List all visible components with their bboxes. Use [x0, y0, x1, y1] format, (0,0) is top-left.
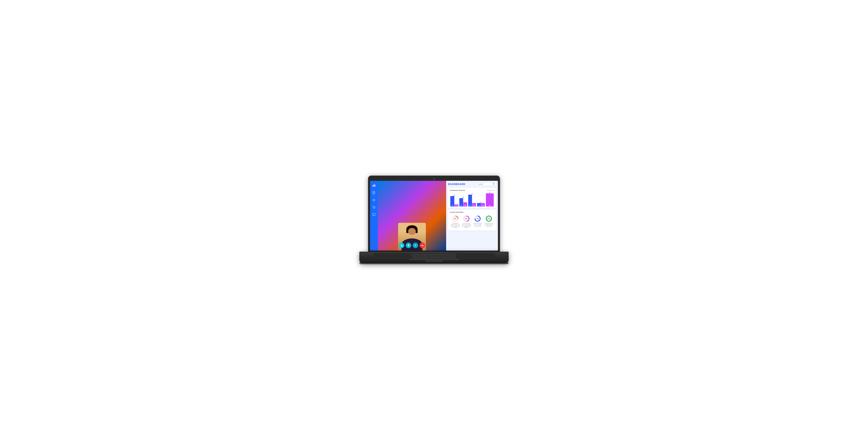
svg-rect-16 [408, 244, 409, 246]
bar-blue-2: 60% [459, 198, 463, 207]
investment-card: Investment structure This year [448, 188, 496, 208]
bar-group-5: 95% [486, 192, 494, 207]
dashboard-header: DASHBOARD [448, 183, 496, 186]
bar-blue-1: 75% [450, 196, 454, 207]
bar-purple-2: 30% [463, 202, 467, 207]
cashflow-card-title: Annual cash flows [450, 211, 463, 213]
key [420, 255, 423, 256]
add-participant-button[interactable] [413, 243, 418, 248]
key [430, 254, 433, 255]
donut-label-1: 25% [454, 218, 457, 219]
cashflow-card: Annual cash flows [448, 210, 496, 230]
bar-label-purple-5: 95% [489, 205, 491, 206]
key [442, 255, 445, 256]
bar-blue-3: 85% [468, 195, 472, 207]
key-wider [413, 257, 420, 258]
laptop-base [359, 252, 509, 263]
mute-video-button[interactable] [399, 243, 404, 248]
donut-text-4: Cras aliquam, ante vel sagittis suscipit… [484, 223, 494, 227]
bar-wrap-1: 75% 15% [450, 196, 458, 207]
donut-item-4: 100% Cras aliquam, ante vel sagittis sus… [484, 215, 494, 227]
bar-dot-4 [480, 202, 482, 203]
bar-group-4: 25% 25% [477, 202, 485, 207]
sidebar-item-settings[interactable] [372, 198, 376, 202]
key-wider [409, 259, 416, 260]
key [411, 254, 414, 255]
investment-card-title: Investment structure [450, 189, 465, 191]
sidebar-item-analytics[interactable] [372, 184, 376, 187]
bar-purple-3: 25% [472, 203, 476, 207]
end-call-button[interactable] [420, 243, 425, 248]
donut-container-4: 100% [485, 215, 492, 222]
key [439, 254, 442, 255]
key-wider [452, 259, 459, 260]
key [430, 257, 432, 258]
bar-wrap-5: 95% [486, 193, 494, 207]
key [433, 255, 435, 256]
key [442, 257, 445, 258]
camera-bar [370, 178, 498, 180]
key-wide [452, 254, 457, 255]
dashboard-panel: DASHBOARD [446, 181, 498, 251]
donut-item-2: 50% Duis sed neque dictum, facilisis fel… [462, 215, 471, 228]
key [417, 254, 420, 255]
keyboard-row-3 [374, 257, 494, 258]
key [439, 255, 442, 256]
bar-blue-4: 25% [477, 203, 481, 207]
bar-wrap-3: 85% 25% [468, 195, 476, 207]
key [427, 254, 430, 255]
bar-group-3: 85% 25% [468, 193, 476, 207]
bar-dot-5 [489, 192, 490, 193]
donut-container-2: 50% [463, 215, 470, 222]
svg-point-21 [493, 183, 494, 184]
key-wide [412, 255, 416, 256]
search-input[interactable] [478, 183, 492, 185]
bar-wrap-4: 25% 25% [477, 203, 485, 207]
laptop-screen: DASHBOARD [370, 181, 498, 251]
sidebar-item-documents[interactable] [372, 191, 376, 195]
key [446, 254, 448, 255]
bar-dot-3 [472, 193, 472, 194]
key [448, 255, 451, 256]
key [433, 254, 436, 255]
svg-rect-3 [375, 185, 375, 187]
bar-label-purple-4: 25% [482, 205, 484, 206]
key [445, 255, 448, 256]
sidebar-item-messages[interactable] [372, 213, 376, 217]
investment-filter[interactable]: This year [487, 190, 494, 191]
key [436, 255, 438, 256]
sidebar-item-shop[interactable] [372, 206, 376, 209]
donut-item-3: 75% Duis rutrum luctus ipsum, a feugiat … [473, 215, 483, 227]
bar-label-blue-4: 25% [478, 205, 480, 206]
bar-label-blue-3: 85% [469, 205, 471, 206]
key [436, 257, 438, 258]
key [421, 254, 424, 255]
key [436, 254, 439, 255]
key-wider [448, 257, 455, 258]
svg-point-10 [374, 208, 374, 209]
key [426, 257, 429, 258]
key [414, 254, 417, 255]
person-face [408, 228, 416, 235]
keyboard [373, 253, 495, 259]
microphone-button[interactable] [406, 243, 411, 248]
donut-label-3: 75% [476, 218, 479, 219]
dashboard-title: DASHBOARD [448, 183, 465, 186]
donut-container-1: 25% [452, 215, 459, 222]
svg-rect-2 [374, 184, 375, 187]
bar-label-blue-1: 75% [452, 205, 453, 206]
investment-bar-chart: 75% 15% [450, 193, 494, 207]
sidebar [370, 181, 378, 251]
scene: DASHBOARD [347, 176, 521, 263]
key [424, 254, 427, 255]
donut-text-1: Consectetuer adipiscing elit, sed diam n… [450, 223, 460, 228]
donut-text-2: Duis sed neque dictum, facilisis felis a… [462, 223, 471, 228]
svg-rect-0 [373, 185, 373, 187]
svg-point-11 [374, 208, 375, 209]
bar-purple-1: 15% [455, 205, 458, 207]
bar-label-purple-1: 15% [456, 205, 457, 206]
key [449, 254, 452, 255]
svg-point-8 [373, 199, 374, 200]
bar-group-2: 60% 30% [459, 197, 467, 207]
search-bar[interactable] [477, 183, 496, 186]
